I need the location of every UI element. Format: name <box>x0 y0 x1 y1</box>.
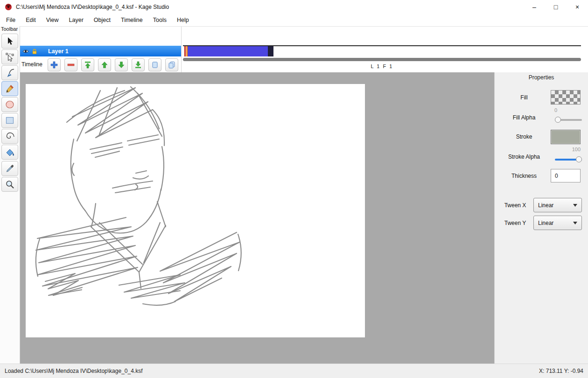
frame-span[interactable] <box>188 46 268 56</box>
current-frame-marker[interactable] <box>268 46 273 56</box>
status-bar: Loaded C:\Users\Mj Mendoza IV\Desktop\ka… <box>0 364 588 378</box>
tool-panel: Toolbar <box>0 26 20 364</box>
tween-y-label: Tween Y <box>495 219 536 227</box>
frame-position-label: L 1 F 1 <box>183 63 581 69</box>
fill-alpha-value: 0 <box>554 107 557 113</box>
pen-tool-icon <box>5 68 15 78</box>
tool-select-button[interactable] <box>1 34 18 49</box>
move-frame-bottom-button[interactable] <box>132 58 145 71</box>
layer-row[interactable]: Layer 1 <box>20 46 181 56</box>
menu-item-view[interactable]: View <box>41 15 64 25</box>
arrow-down-bar-icon <box>133 60 143 70</box>
arrow-up-bar-icon <box>83 60 92 70</box>
tool-rectangle-button[interactable] <box>1 113 18 128</box>
window-title: C:\Users\Mj Mendoza IV\Desktop\kage_0_4.… <box>16 4 169 10</box>
eyedropper-tool-icon <box>5 163 15 174</box>
paint-bucket-tool-icon <box>5 147 15 157</box>
timeline-scrollbar[interactable] <box>183 58 581 61</box>
chevron-down-icon <box>573 204 577 207</box>
cursor-coordinates: X: 713.11 Y: -0.94 <box>539 368 583 374</box>
fill-alpha-label: Fill Alpha <box>495 114 553 121</box>
arrow-up-icon <box>100 60 109 70</box>
fill-alpha-slider[interactable] <box>555 117 582 123</box>
chevron-down-icon <box>573 222 577 224</box>
menu-item-help[interactable]: Help <box>172 15 194 25</box>
thickness-label: Thickness <box>495 172 553 180</box>
timeline-label: Timeline <box>21 61 42 68</box>
zoom-tool-icon <box>5 179 15 189</box>
select-tool-icon <box>5 36 15 46</box>
minus-icon <box>66 60 76 70</box>
add-frame-button[interactable] <box>48 58 61 71</box>
tool-eyedropper-button[interactable] <box>1 161 18 176</box>
tween-x-value: Linear <box>538 202 553 209</box>
rectangle-tool-icon <box>5 115 15 126</box>
menu-item-layer[interactable]: Layer <box>64 15 89 25</box>
copy-frame-button[interactable] <box>148 58 161 71</box>
tool-node-edit-button[interactable] <box>1 49 18 64</box>
plus-icon <box>49 60 59 70</box>
tool-spiral-button[interactable] <box>1 129 18 144</box>
copy-icon <box>150 60 160 70</box>
pencil-tool-icon <box>5 84 15 94</box>
title-bar: C:\Users\Mj Mendoza IV\Desktop\kage_0_4.… <box>0 0 588 14</box>
remove-frame-button[interactable] <box>64 58 77 71</box>
menu-item-file[interactable]: File <box>1 15 21 25</box>
window-controls: – □ × <box>524 0 588 14</box>
tool-pen-button[interactable] <box>1 65 18 80</box>
lock-icon[interactable] <box>31 48 38 55</box>
properties-panel: Properties Fill 0 Fill Alpha Stroke 100 … <box>494 72 588 364</box>
oval-tool-icon <box>5 99 15 110</box>
menu-item-edit[interactable]: Edit <box>21 15 41 25</box>
fill-label: Fill <box>495 94 553 101</box>
stroke-alpha-thumb[interactable] <box>576 156 582 162</box>
stroke-swatch[interactable] <box>551 130 581 144</box>
stroke-label: Stroke <box>495 133 553 140</box>
minimize-button[interactable]: – <box>524 0 545 14</box>
menu-bar: File Edit View Layer Object Timeline Too… <box>0 14 588 26</box>
arrow-down-icon <box>117 60 126 70</box>
move-frame-up-button[interactable] <box>98 58 111 71</box>
move-frame-top-button[interactable] <box>81 58 94 71</box>
tween-y-value: Linear <box>538 220 553 226</box>
status-message: Loaded C:\Users\Mj Mendoza IV\Desktop\ka… <box>5 368 143 374</box>
menu-item-tools[interactable]: Tools <box>148 15 172 25</box>
tween-x-label: Tween X <box>495 202 536 209</box>
node-edit-tool-icon <box>5 52 15 62</box>
menu-item-timeline[interactable]: Timeline <box>116 15 148 25</box>
paste-icon <box>167 60 176 70</box>
app-icon <box>5 3 12 11</box>
tween-y-select[interactable]: Linear <box>533 216 582 230</box>
canvas-sketch <box>26 84 365 337</box>
tool-pencil-button[interactable] <box>1 81 18 96</box>
menu-item-object[interactable]: Object <box>89 15 116 25</box>
stroke-alpha-label: Stroke Alpha <box>495 153 553 161</box>
kage-studio-window: C:\Users\Mj Mendoza IV\Desktop\kage_0_4.… <box>0 0 588 378</box>
tool-panel-label: Toolbar <box>1 26 18 32</box>
fill-swatch[interactable] <box>551 90 581 105</box>
fill-alpha-thumb[interactable] <box>555 117 561 123</box>
timeline-panel: Layer 1 L 1 F 1 Timeline <box>0 26 588 72</box>
paste-frame-button[interactable] <box>165 58 178 71</box>
layer-name: Layer 1 <box>48 48 69 55</box>
stroke-alpha-value: 100 <box>553 146 581 153</box>
drawing-canvas[interactable] <box>26 84 365 337</box>
move-frame-down-button[interactable] <box>115 58 128 71</box>
thickness-input[interactable] <box>551 169 581 182</box>
eye-icon[interactable] <box>22 48 29 55</box>
spiral-tool-icon <box>5 131 15 141</box>
tool-zoom-button[interactable] <box>1 177 18 192</box>
tool-paint-bucket-button[interactable] <box>1 145 18 160</box>
maximize-button[interactable]: □ <box>545 0 567 14</box>
frame-track[interactable] <box>184 46 273 56</box>
close-button[interactable]: × <box>567 0 588 14</box>
properties-title: Properties <box>495 74 588 81</box>
panel-divider <box>181 27 182 73</box>
stroke-alpha-slider[interactable] <box>555 156 582 163</box>
tween-x-select[interactable]: Linear <box>533 198 582 212</box>
tool-oval-button[interactable] <box>1 97 18 112</box>
